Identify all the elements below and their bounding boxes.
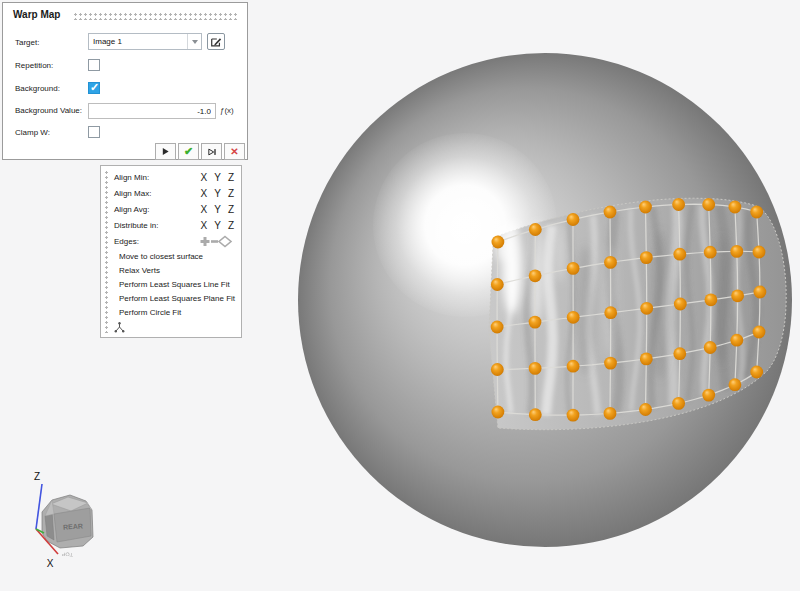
repetition-checkbox[interactable] — [88, 59, 100, 71]
control-point[interactable] — [491, 278, 504, 291]
dialog-title: Warp Map — [13, 9, 60, 20]
control-point[interactable] — [567, 360, 580, 373]
control-point[interactable] — [753, 246, 766, 259]
chevron-down-icon — [192, 40, 198, 44]
control-point[interactable] — [529, 269, 542, 282]
target-dropdown-value: Image 1 — [89, 37, 187, 46]
control-point[interactable] — [567, 311, 580, 324]
control-point[interactable] — [491, 363, 504, 376]
control-point[interactable] — [702, 389, 715, 402]
control-point[interactable] — [731, 289, 744, 302]
edges-label: Edges: — [111, 237, 198, 246]
cancel-button[interactable]: ✕ — [224, 143, 245, 160]
control-point[interactable] — [729, 378, 742, 391]
distribute-y-button[interactable]: Y — [214, 220, 221, 231]
control-point[interactable] — [604, 357, 617, 370]
fx-expression-label[interactable]: ƒ(x) — [220, 106, 234, 115]
background-value-input[interactable] — [88, 103, 216, 119]
control-point[interactable] — [604, 407, 617, 420]
align-tools-panel: Align Min: X Y Z Align Max: X Y Z Align … — [100, 165, 242, 338]
dropdown-arrow-button[interactable] — [187, 34, 201, 49]
control-point[interactable] — [567, 409, 580, 422]
view-cube-front-label: REAR — [63, 522, 83, 530]
control-point[interactable] — [704, 246, 717, 259]
control-point[interactable] — [672, 198, 685, 211]
background-label: Background: — [15, 84, 60, 93]
align-min-label: Align Min: — [111, 173, 201, 182]
align-min-y-button[interactable]: Y — [214, 172, 221, 183]
align-max-row: Align Max: X Y Z — [111, 185, 241, 201]
align-avg-label: Align Avg: — [111, 205, 201, 214]
control-point[interactable] — [754, 286, 767, 299]
distribute-x-button[interactable]: X — [201, 220, 208, 231]
control-point[interactable] — [639, 403, 652, 416]
control-point[interactable] — [674, 298, 687, 311]
clamp-w-checkbox[interactable] — [88, 126, 100, 138]
align-min-x-button[interactable]: X — [201, 172, 208, 183]
align-max-y-button[interactable]: Y — [214, 188, 221, 199]
repetition-label: Repetition: — [15, 61, 53, 70]
control-point[interactable] — [750, 366, 763, 379]
control-point[interactable] — [640, 302, 653, 315]
control-point[interactable] — [673, 248, 686, 261]
drag-handle[interactable] — [104, 170, 109, 333]
edit-pencil-icon — [210, 36, 222, 48]
view-cube-top-label: TOP — [61, 551, 73, 557]
menu-item-circle-fit[interactable]: Perform Circle Fit — [111, 305, 241, 319]
reset-button[interactable] — [201, 143, 222, 160]
control-point[interactable] — [491, 321, 504, 334]
confirm-button[interactable]: ✔ — [178, 143, 199, 160]
align-max-label: Align Max: — [111, 189, 201, 198]
menu-item-move-to-closest-surface[interactable]: Move to closest surface — [111, 249, 241, 263]
control-point[interactable] — [705, 293, 718, 306]
control-point[interactable] — [567, 262, 580, 275]
control-point[interactable] — [753, 326, 766, 339]
align-min-z-button[interactable]: Z — [228, 172, 234, 183]
control-point[interactable] — [729, 201, 742, 214]
distribute-z-button[interactable]: Z — [228, 220, 234, 231]
control-point[interactable] — [529, 316, 542, 329]
control-point[interactable] — [673, 347, 686, 360]
control-point[interactable] — [639, 201, 652, 214]
control-point[interactable] — [492, 406, 505, 419]
align-avg-x-button[interactable]: X — [201, 204, 208, 215]
menu-item-relax-verts[interactable]: Relax Verts — [111, 263, 241, 277]
control-point[interactable] — [529, 362, 542, 375]
control-point[interactable] — [492, 236, 505, 249]
view-cube[interactable]: TOP REAR Z X — [34, 471, 93, 569]
clamp-w-label: Clamp W: — [15, 128, 50, 137]
control-point[interactable] — [529, 408, 542, 421]
align-avg-z-button[interactable]: Z — [228, 204, 234, 215]
control-point[interactable] — [640, 251, 653, 264]
background-checkbox[interactable] — [88, 82, 100, 94]
control-point[interactable] — [567, 213, 580, 226]
control-point[interactable] — [704, 341, 717, 354]
control-point[interactable] — [750, 206, 763, 219]
control-point[interactable] — [672, 397, 685, 410]
control-point[interactable] — [702, 198, 715, 211]
application-window: TOP REAR Z X Warp Map Target: Image 1 — [0, 0, 800, 591]
control-point[interactable] — [730, 334, 743, 347]
target-dropdown[interactable]: Image 1 — [88, 33, 202, 50]
play-button[interactable] — [155, 143, 176, 160]
edges-connector-icon[interactable] — [198, 235, 234, 248]
datum-tool-row — [111, 319, 241, 335]
align-max-x-button[interactable]: X — [201, 188, 208, 199]
menu-item-least-squares-plane-fit[interactable]: Perform Least Squares Plane Fit — [111, 291, 241, 305]
target-label: Target: — [15, 38, 39, 47]
align-avg-y-button[interactable]: Y — [214, 204, 221, 215]
datum-triad-icon[interactable] — [113, 321, 126, 334]
control-point[interactable] — [604, 206, 617, 219]
align-max-z-button[interactable]: Z — [228, 188, 234, 199]
control-point[interactable] — [604, 256, 617, 269]
control-point[interactable] — [529, 223, 542, 236]
distribute-row: Distribute in: X Y Z — [111, 217, 241, 233]
control-point[interactable] — [640, 353, 653, 366]
menu-item-least-squares-line-fit[interactable]: Perform Least Squares Line Fit — [111, 277, 241, 291]
edit-target-button[interactable] — [207, 33, 225, 50]
distribute-label: Distribute in: — [111, 221, 201, 230]
dialog-button-row: ✔ ✕ — [155, 143, 245, 160]
drag-handle[interactable] — [73, 12, 239, 20]
control-point[interactable] — [730, 245, 743, 258]
control-point[interactable] — [604, 306, 617, 319]
